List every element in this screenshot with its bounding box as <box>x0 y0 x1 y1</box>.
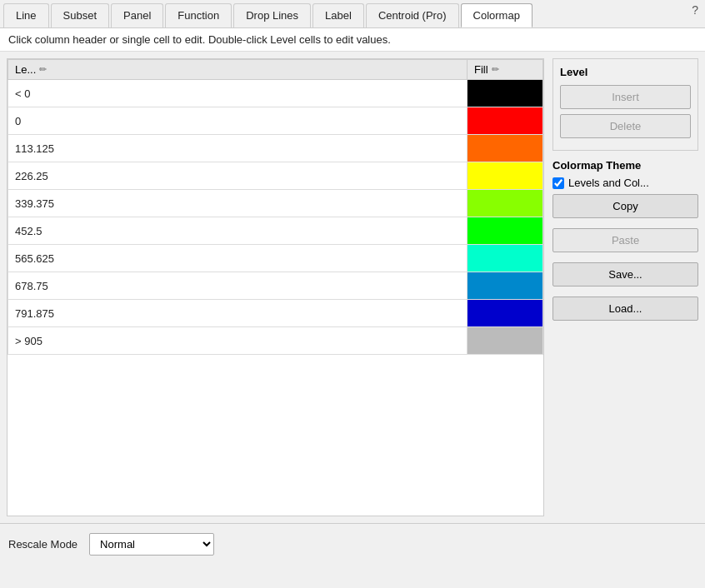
bottom-bar: Rescale Mode NormalLinearLogSquare Root <box>0 523 705 565</box>
color-swatch <box>468 190 542 217</box>
load-button[interactable]: Load... <box>552 296 698 321</box>
paste-button[interactable]: Paste <box>552 228 698 252</box>
table-row[interactable]: > 905 <box>8 327 543 355</box>
level-cell[interactable]: 0 <box>8 107 468 135</box>
tab-function[interactable]: Function <box>165 3 232 27</box>
table-row[interactable]: 226.25 <box>8 162 543 190</box>
instructions-bar: Click column header or single cell to ed… <box>0 28 705 52</box>
copy-button[interactable]: Copy <box>552 194 698 218</box>
delete-button[interactable]: Delete <box>560 114 691 138</box>
col-fill-header[interactable]: Fill ✏ <box>468 60 543 80</box>
table-row[interactable]: 791.875 <box>8 300 543 327</box>
col-level-edit-icon[interactable]: ✏ <box>39 64 47 75</box>
colormap-table: Le... ✏ Fill ✏ < 00113.125226.25339.3754… <box>8 59 543 355</box>
tab-panel[interactable]: Panel <box>111 3 163 27</box>
color-swatch <box>468 300 542 326</box>
color-swatch <box>468 327 542 354</box>
color-swatch <box>468 245 542 272</box>
col-fill-edit-icon[interactable]: ✏ <box>492 64 499 75</box>
fill-cell[interactable] <box>468 107 543 135</box>
main-content: Le... ✏ Fill ✏ < 00113.125226.25339.3754… <box>0 52 705 523</box>
level-cell[interactable]: 452.5 <box>8 217 468 245</box>
table-row[interactable]: 452.5 <box>8 217 543 245</box>
table-row[interactable]: 339.375 <box>8 190 543 217</box>
colormap-table-container: Le... ✏ Fill ✏ < 00113.125226.25339.3754… <box>7 58 544 516</box>
tab-colormap[interactable]: Colormap <box>461 3 532 27</box>
level-cell[interactable]: 226.25 <box>8 162 468 190</box>
level-group: Level Insert Delete <box>552 58 698 151</box>
fill-cell[interactable] <box>468 217 543 245</box>
color-swatch <box>468 135 542 162</box>
col-fill-label: Fill <box>474 63 488 76</box>
fill-cell[interactable] <box>468 327 543 355</box>
table-row[interactable]: 565.625 <box>8 245 543 272</box>
help-icon[interactable]: ? <box>692 3 698 17</box>
level-cell[interactable]: 339.375 <box>8 190 468 217</box>
fill-cell[interactable] <box>468 135 543 162</box>
level-cell[interactable]: 565.625 <box>8 245 468 272</box>
rescale-mode-label: Rescale Mode <box>8 538 78 551</box>
level-cell[interactable]: 678.75 <box>8 272 468 300</box>
table-row[interactable]: 678.75 <box>8 272 543 300</box>
color-swatch <box>468 162 542 189</box>
tab-bar: Line Subset Panel Function Drop Lines La… <box>0 0 705 28</box>
save-button[interactable]: Save... <box>552 262 698 287</box>
col-level-label: Le... <box>15 63 36 76</box>
colormap-theme-section: Colormap Theme Levels and Col... Copy Pa… <box>552 159 698 326</box>
levels-and-colors-row: Levels and Col... <box>552 177 698 189</box>
fill-cell[interactable] <box>468 80 543 107</box>
level-cell[interactable]: 791.875 <box>8 300 468 327</box>
table-row[interactable]: 0 <box>8 107 543 135</box>
color-swatch <box>468 80 542 107</box>
color-swatch <box>468 107 542 134</box>
level-cell[interactable]: > 905 <box>8 327 468 355</box>
instructions-text: Click column header or single cell to ed… <box>8 33 391 46</box>
fill-cell[interactable] <box>468 300 543 327</box>
insert-button[interactable]: Insert <box>560 85 691 109</box>
level-cell[interactable]: < 0 <box>8 80 468 107</box>
tab-subset[interactable]: Subset <box>51 3 109 27</box>
col-level-header[interactable]: Le... ✏ <box>8 60 468 80</box>
level-group-title: Level <box>560 66 691 78</box>
tab-drop-lines[interactable]: Drop Lines <box>233 3 311 27</box>
tab-line[interactable]: Line <box>3 3 49 27</box>
color-swatch <box>468 272 542 299</box>
fill-cell[interactable] <box>468 272 543 300</box>
colormap-theme-title: Colormap Theme <box>552 159 698 172</box>
right-panel: Level Insert Delete Colormap Theme Level… <box>552 58 698 516</box>
table-row[interactable]: < 0 <box>8 80 543 107</box>
table-row[interactable]: 113.125 <box>8 135 543 162</box>
levels-and-colors-label: Levels and Col... <box>568 177 649 189</box>
tab-label[interactable]: Label <box>312 3 364 27</box>
tab-centroid[interactable]: Centroid (Pro) <box>366 3 459 27</box>
fill-cell[interactable] <box>468 162 543 190</box>
levels-and-colors-checkbox[interactable] <box>552 177 564 189</box>
color-swatch <box>468 217 542 244</box>
rescale-mode-select[interactable]: NormalLinearLogSquare Root <box>89 533 214 556</box>
fill-cell[interactable] <box>468 245 543 272</box>
fill-cell[interactable] <box>468 190 543 217</box>
level-cell[interactable]: 113.125 <box>8 135 468 162</box>
